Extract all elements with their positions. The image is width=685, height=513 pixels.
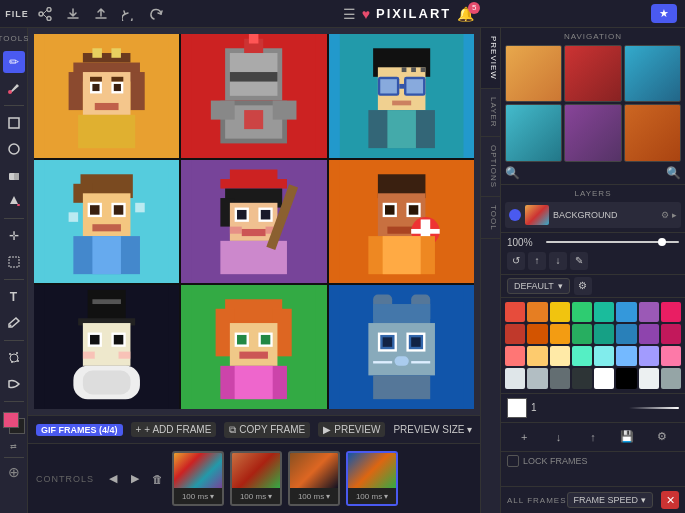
- nav-up-icon[interactable]: ↑: [528, 252, 546, 270]
- lock-frames-checkbox[interactable]: [507, 455, 519, 467]
- settings-button[interactable]: ⚙: [574, 277, 592, 295]
- color-preview-box[interactable]: [507, 398, 527, 418]
- tab-layer[interactable]: LAYER: [481, 89, 501, 137]
- palette-color-swatch[interactable]: [639, 368, 659, 388]
- palette-import-icon[interactable]: ↓: [549, 427, 569, 447]
- palette-color-swatch[interactable]: [594, 368, 614, 388]
- palette-color-swatch[interactable]: [572, 368, 592, 388]
- palette-export-icon[interactable]: ↑: [583, 427, 603, 447]
- upload-icon[interactable]: [92, 5, 110, 23]
- default-dropdown[interactable]: DEFAULT ▾: [507, 278, 570, 294]
- palette-color-swatch[interactable]: [550, 324, 570, 344]
- zoom-out-icon[interactable]: 🔍: [505, 166, 520, 180]
- eraser-tool[interactable]: [3, 164, 25, 186]
- select-tool[interactable]: [3, 251, 25, 273]
- notification-icon[interactable]: 🔔 5: [457, 6, 474, 22]
- frame-thumb-4[interactable]: 100 ms ▾: [346, 451, 398, 506]
- brush-tool[interactable]: [3, 77, 25, 99]
- canvas-cell-6[interactable]: [34, 285, 179, 409]
- nav-thumb-3[interactable]: [505, 104, 562, 161]
- canvas-cell-0[interactable]: [34, 34, 179, 158]
- canvas-cell-8[interactable]: [329, 285, 474, 409]
- palette-color-swatch[interactable]: [639, 324, 659, 344]
- nav-thumb-5[interactable]: [624, 104, 681, 161]
- color-swatch-area[interactable]: [3, 412, 25, 434]
- tab-preview[interactable]: PREVIEW: [481, 28, 501, 89]
- nav-thumb-1[interactable]: [564, 45, 621, 102]
- palette-color-swatch[interactable]: [527, 346, 547, 366]
- tab-options[interactable]: OPTIONS: [481, 137, 501, 197]
- zoom-in-icon[interactable]: 🔍: [666, 166, 681, 180]
- palette-color-swatch[interactable]: [550, 368, 570, 388]
- fill-tool[interactable]: [3, 190, 25, 212]
- frame-prev-button[interactable]: ◀: [104, 470, 122, 488]
- palette-settings-icon[interactable]: ⚙: [652, 427, 672, 447]
- layer-item[interactable]: BACKGROUND ⚙ ▸: [505, 202, 681, 228]
- color-hex-input[interactable]: [531, 402, 625, 413]
- tab-tool[interactable]: TOOL: [481, 197, 501, 240]
- extra-tool[interactable]: ⊕: [8, 464, 20, 480]
- palette-color-swatch[interactable]: [639, 302, 659, 322]
- circle-tool[interactable]: [3, 138, 25, 160]
- frame-thumb-1[interactable]: 100 ms ▾: [172, 451, 224, 506]
- layer-more-icon[interactable]: ▸: [672, 210, 677, 220]
- close-button[interactable]: ✕: [661, 491, 679, 509]
- smudge-tool[interactable]: [3, 373, 25, 395]
- download-icon[interactable]: [64, 5, 82, 23]
- nav-thumb-4[interactable]: [564, 104, 621, 161]
- color-opacity-slider[interactable]: [629, 407, 679, 409]
- palette-add-icon[interactable]: +: [514, 427, 534, 447]
- pixel-canvas[interactable]: [34, 34, 474, 409]
- palette-color-swatch[interactable]: [661, 346, 681, 366]
- palette-color-swatch[interactable]: [594, 324, 614, 344]
- canvas-cell-3[interactable]: [34, 160, 179, 284]
- palette-color-swatch[interactable]: [616, 368, 636, 388]
- frame-speed-dropdown[interactable]: FRAME SPEED ▾: [567, 492, 654, 508]
- nav-thumb-0[interactable]: [505, 45, 562, 102]
- pencil-tool[interactable]: ✏: [3, 51, 25, 73]
- eyedropper-tool[interactable]: [3, 312, 25, 334]
- palette-color-swatch[interactable]: [594, 302, 614, 322]
- palette-color-swatch[interactable]: [527, 368, 547, 388]
- move-tool[interactable]: ✛: [3, 225, 25, 247]
- palette-color-swatch[interactable]: [550, 346, 570, 366]
- swap-colors[interactable]: ⇄: [10, 442, 17, 451]
- preview-size-button[interactable]: PREVIEW SIZE ▾: [393, 424, 471, 435]
- frame-delete-button[interactable]: 🗑: [148, 470, 166, 488]
- text-tool[interactable]: T: [3, 286, 25, 308]
- nav-down-icon[interactable]: ↓: [549, 252, 567, 270]
- file-menu[interactable]: FILE: [8, 5, 26, 23]
- star-button[interactable]: ★: [651, 4, 677, 23]
- foreground-color-swatch[interactable]: [3, 412, 19, 428]
- canvas-cell-4[interactable]: [181, 160, 326, 284]
- palette-color-swatch[interactable]: [661, 324, 681, 344]
- palette-color-swatch[interactable]: [572, 324, 592, 344]
- layer-settings-icon[interactable]: ⚙: [661, 210, 669, 220]
- rectangle-tool[interactable]: [3, 112, 25, 134]
- preview-button[interactable]: ▶ PREVIEW: [318, 422, 385, 437]
- add-frame-button[interactable]: + + ADD FRAME: [131, 422, 217, 437]
- canvas-cell-1[interactable]: [181, 34, 326, 158]
- palette-color-swatch[interactable]: [505, 368, 525, 388]
- palette-color-swatch[interactable]: [572, 346, 592, 366]
- nav-edit-icon[interactable]: ✎: [570, 252, 588, 270]
- palette-color-swatch[interactable]: [527, 324, 547, 344]
- share-icon[interactable]: [36, 5, 54, 23]
- palette-save-icon[interactable]: 💾: [617, 427, 637, 447]
- frame-thumb-2[interactable]: 100 ms ▾: [230, 451, 282, 506]
- copy-frame-button[interactable]: ⧉ COPY FRAME: [224, 422, 310, 438]
- palette-color-swatch[interactable]: [616, 346, 636, 366]
- frame-thumb-3[interactable]: 100 ms ▾: [288, 451, 340, 506]
- palette-color-swatch[interactable]: [661, 302, 681, 322]
- palette-color-swatch[interactable]: [505, 324, 525, 344]
- undo-icon[interactable]: [120, 5, 138, 23]
- palette-color-swatch[interactable]: [550, 302, 570, 322]
- canvas-cell-2[interactable]: [329, 34, 474, 158]
- palette-color-swatch[interactable]: [505, 302, 525, 322]
- palette-color-swatch[interactable]: [639, 346, 659, 366]
- palette-color-swatch[interactable]: [505, 346, 525, 366]
- zoom-slider[interactable]: [546, 241, 679, 243]
- nav-thumb-2[interactable]: [624, 45, 681, 102]
- nav-rotate-icon[interactable]: ↺: [507, 252, 525, 270]
- palette-color-swatch[interactable]: [594, 346, 614, 366]
